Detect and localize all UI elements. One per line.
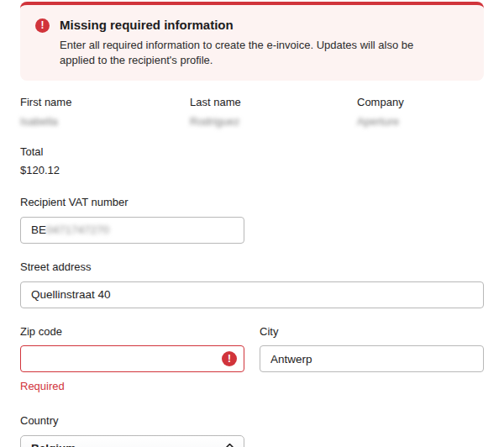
alert-content: Missing required information Enter all r… (60, 17, 448, 69)
country-label: Country (20, 414, 484, 428)
city-input[interactable] (260, 345, 484, 372)
zip-label: Zip code (20, 325, 244, 339)
company-label: Company (357, 96, 484, 109)
company-value: Aperture (357, 115, 399, 128)
country-field: Country Belgium (20, 414, 484, 447)
country-selected-value: Belgium (31, 442, 76, 447)
zip-field: Zip code ! Required (20, 325, 244, 393)
total-value: $120.12 (20, 164, 60, 176)
country-select[interactable]: Belgium (20, 435, 244, 447)
last-name-label: Last name (190, 96, 357, 109)
vat-label: Recipient VAT number (20, 196, 484, 209)
zip-code-input[interactable] (20, 345, 244, 372)
street-address-input[interactable] (20, 281, 484, 308)
vat-value-redacted: 0471747270 (46, 224, 109, 236)
e-invoice-form: First name Isabella Last name Rodriguez … (0, 96, 504, 447)
last-name-field: Last name Rodriguez (190, 96, 357, 129)
vat-field: Recipient VAT number BE0471747270 (20, 196, 484, 244)
company-field: Company Aperture (357, 96, 484, 129)
missing-info-alert: ! Missing required information Enter all… (20, 2, 484, 81)
street-field: Street address (20, 260, 484, 308)
zip-error-text: Required (20, 380, 244, 392)
first-name-label: First name (20, 96, 190, 109)
alert-body-text: Enter all required information to create… (60, 38, 448, 70)
alert-circle-icon: ! (35, 18, 50, 33)
first-name-value: Isabella (20, 115, 58, 128)
first-name-field: First name Isabella (20, 96, 190, 129)
total-label: Total (20, 145, 484, 159)
street-label: Street address (20, 260, 484, 274)
total-field: Total $120.12 (20, 145, 484, 178)
zip-city-row: Zip code ! Required City (20, 325, 484, 393)
vat-value-prefix: BE (31, 224, 46, 236)
name-company-row: First name Isabella Last name Rodriguez … (20, 96, 484, 129)
vat-number-input[interactable]: BE0471747270 (20, 217, 244, 244)
city-label: City (260, 325, 484, 339)
alert-title: Missing required information (60, 17, 448, 34)
last-name-value: Rodriguez (190, 115, 239, 128)
city-field: City (260, 325, 484, 393)
select-stepper-icon (226, 443, 234, 447)
